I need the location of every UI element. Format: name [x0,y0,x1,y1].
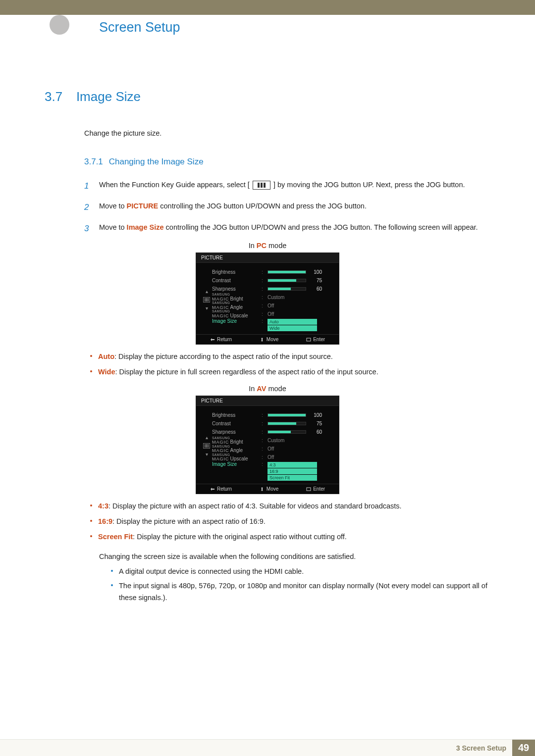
magic-suffix: Angle [230,448,243,453]
steps-list: 1 When the Function Key Guide appears, s… [84,178,490,235]
magic-suffix: Upscale [230,313,248,318]
step-2-post: controlling the JOG button UP/DOWN and p… [160,202,367,210]
bullet-bold: Screen Fit [98,533,133,541]
mode-pre: In [249,242,257,250]
step-number: 1 [84,178,89,195]
svg-rect-0 [307,338,311,341]
menu-icon [203,443,210,449]
footer-chapter: 3 Screen Setup [456,744,506,752]
osd-footer: Return Move Enter [196,484,339,494]
magic-suffix: Upscale [230,456,248,461]
bullet-text: : Display the picture with an aspect rat… [112,517,266,525]
osd-row-magic-angle: SAMSUNGMAGICAngle: Off [212,445,333,453]
step-1-pre: When the Function Key Guide appears, sel… [99,181,250,189]
note-conditions: A digital output device is connected usi… [109,565,490,604]
av-options-list: 4:3: Display the picture with an aspect … [84,500,490,546]
osd-row-sharpness: Sharpness: 60 [212,428,333,436]
osd-row-magic-bright: SAMSUNGMAGICBright : Custom [212,293,333,302]
mode-bold: PC [257,242,267,250]
mode-post: mode [266,385,286,393]
osd-row-contrast: Contrast : 75 [212,276,333,285]
section-number: 3.7 [45,89,74,104]
step-2: 2 Move to PICTURE controlling the JOG bu… [84,199,490,213]
slider-brightness [268,270,306,274]
osd-value: 100 [310,269,322,275]
bullet-bold: Auto [98,353,114,360]
bullet-bold: Wide [98,368,115,376]
step-2-pre: Move to [99,202,127,210]
osd-option-16-9: 16:9 [268,468,317,474]
osd-value: 60 [310,429,322,435]
osd-row-magic-angle: SAMSUNGMAGICAngle : Off [212,302,333,310]
osd-row-magic-bright: SAMSUNGMAGICBright: Custom [212,436,333,445]
magic-suffix: Angle [230,304,243,310]
osd-option-auto: Auto [268,319,317,325]
osd-option-screen-fit: Screen Fit [268,475,317,481]
mode-post: mode [267,242,286,250]
osd-value: Custom [268,438,284,443]
chevron-down-icon: ▾ [206,305,208,311]
osd-side-icons: ▴ ▾ [201,268,212,331]
osd-value: Off [268,454,274,460]
osd-value: 75 [310,421,322,426]
bullet-screen-fit: Screen Fit: Display the picture with the… [84,531,490,546]
osd-row-brightness: Brightness: 100 [212,411,333,419]
osd-title: PICTURE [196,396,339,406]
magic-suffix: Bright [230,296,243,302]
osd-move: Move [260,337,278,342]
pc-mode-label: In PC mode [45,242,490,250]
osd-value: Off [268,303,274,308]
slider-sharpness [268,430,306,434]
magic-suffix: Bright [230,439,243,445]
footer-page-number: 49 [512,740,535,756]
osd-av: PICTURE ▴ ▾ Brightness: 100 Contrast: [196,396,339,494]
chapter-circle [50,15,69,35]
osd-label-selected: Image Size [212,461,258,467]
osd-row-magic-upscale: SAMSUNGMAGICUpscale : Off [212,310,333,318]
osd-label: Contrast [212,278,258,283]
av-mode-label: In AV mode [45,385,490,393]
note-condition-1: A digital output device is connected usi… [109,565,490,578]
osd-value: 75 [310,278,322,283]
mode-pre: In [249,385,257,393]
bullet-text: : Display the picture according to the a… [114,353,333,360]
pc-options-list: Auto: Display the picture according to t… [84,351,490,381]
brand-bot: MAGIC [212,440,229,445]
osd-value: 100 [310,412,322,418]
note-lead: Changing the screen size is available wh… [99,553,490,560]
osd-label-selected: Image Size [212,318,258,324]
brand-bot: MAGIC [212,313,229,318]
step-1-post: ] by moving the JOG button UP. Next, pre… [273,181,465,189]
slider-sharpness [268,287,306,291]
brand-bot: MAGIC [212,305,229,310]
osd-move: Move [260,486,278,492]
osd-row-brightness: Brightness : 100 [212,268,333,276]
bullet-4-3: 4:3: Display the picture with an aspect … [84,500,490,515]
osd-row-image-size: Image Size : Auto Wide [212,318,333,331]
note-block: Changing the screen size is available wh… [99,553,490,604]
section-title: Image Size [76,89,141,104]
step-3-post: controlling the JOG button UP/DOWN and p… [166,223,478,231]
chevron-down-icon: ▾ [206,452,208,457]
bullet-auto: Auto: Display the picture according to t… [84,351,490,366]
slider-contrast [268,422,306,425]
chevron-up-icon: ▴ [206,289,208,294]
bullet-bold: 4:3 [98,502,108,510]
osd-row-contrast: Contrast: 75 [212,419,333,428]
osd-value: 60 [310,286,322,292]
step-3: 3 Move to Image Size controlling the JOG… [84,220,490,235]
step-3-bold: Image Size [127,223,164,231]
osd-value: Custom [268,295,284,300]
bullet-16-9: 16:9: Display the picture with an aspect… [84,515,490,531]
bullet-text: : Display the picture with the original … [133,533,347,541]
page-footer: 3 Screen Setup 49 [0,739,535,756]
svg-rect-1 [307,488,311,491]
subsection-number: 3.7.1 [84,157,103,166]
osd-footer: Return Move Enter [196,334,339,344]
header-strip [0,0,535,15]
osd-enter: Enter [306,486,325,492]
osd-title: PICTURE [196,253,339,263]
osd-label: Contrast [212,421,258,426]
slider-contrast [268,279,306,282]
osd-option-4-3: 4:3 [268,462,317,468]
